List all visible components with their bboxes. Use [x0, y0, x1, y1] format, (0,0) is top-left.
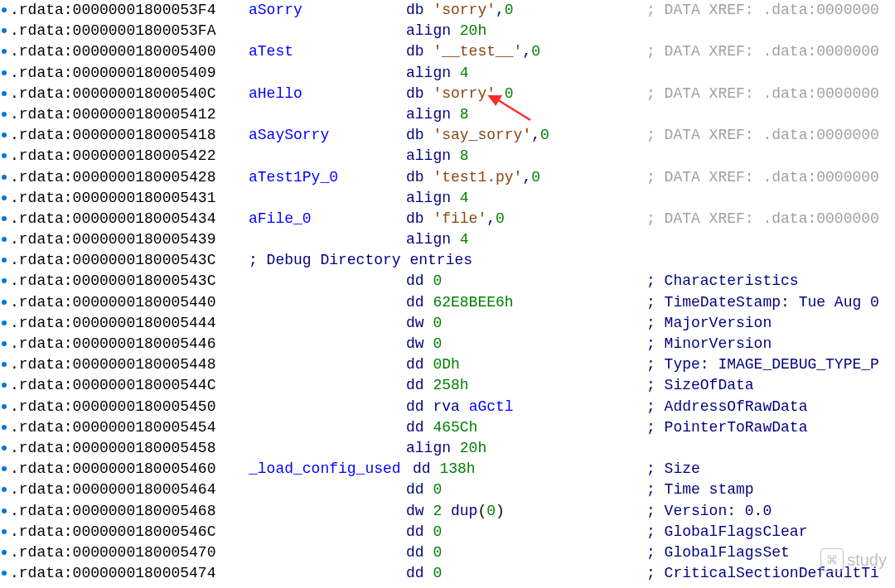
instruction: align 4: [406, 63, 469, 84]
disasm-row[interactable]: .rdata:0000000180005460_load_config_used…: [0, 459, 895, 480]
disasm-row[interactable]: .rdata:0000000180005444dw 0; MajorVersio…: [0, 313, 895, 334]
disasm-row[interactable]: .rdata:000000018000543Cdd 0; Characteris…: [0, 271, 895, 292]
instruction: dw 0: [406, 313, 442, 334]
instruction: align 4: [406, 229, 469, 250]
row-marker-dot: [2, 112, 7, 117]
disasm-row[interactable]: .rdata:0000000180005440dd 62E8BEE6h; Tim…: [0, 292, 895, 313]
address: .rdata:0000000180005409: [10, 63, 215, 84]
comment: ; Type: IMAGE_DEBUG_TYPE_P: [646, 354, 879, 375]
instruction: align 4: [406, 188, 469, 209]
comment: ; GlobalFlagsClear: [646, 522, 807, 542]
row-marker-dot: [2, 321, 7, 325]
row-marker-dot: [2, 550, 7, 555]
comment: ; SizeOfData: [646, 375, 754, 396]
symbol-label[interactable]: aHello: [249, 84, 302, 104]
address: .rdata:000000018000543C: [10, 250, 215, 271]
instruction: db 'test1.py',0: [406, 167, 540, 188]
disasm-row[interactable]: .rdata:0000000180005400aTestdb '__test__…: [0, 41, 895, 62]
disasm-row[interactable]: .rdata:0000000180005450dd rva aGctl; Add…: [0, 397, 895, 417]
address: .rdata:0000000180005448: [10, 354, 215, 375]
symbol-label[interactable]: aTest1Py_0: [249, 167, 338, 188]
symbol-label[interactable]: aTest: [249, 41, 293, 62]
row-marker-dot: [2, 49, 7, 54]
disasm-row[interactable]: .rdata:0000000180005458align 20h: [0, 438, 895, 459]
instruction: dd rva aGctl: [406, 397, 514, 417]
disasm-row[interactable]: .rdata:0000000180005428aTest1Py_0db 'tes…: [0, 167, 895, 188]
disasm-row[interactable]: .rdata:0000000180005431align 4: [0, 188, 895, 209]
disasm-row[interactable]: .rdata:0000000180005422align 8: [0, 146, 895, 166]
instruction: align 20h: [406, 438, 486, 459]
row-marker-dot: [2, 404, 7, 409]
address: .rdata:0000000180005400: [10, 41, 215, 62]
disasm-row[interactable]: .rdata:0000000180005412align 8: [0, 104, 895, 125]
instruction: dd 62E8BEE6h: [406, 292, 514, 313]
disasm-row[interactable]: .rdata:0000000180005418aSaySorrydb 'say_…: [0, 125, 895, 146]
address: .rdata:0000000180005440: [10, 292, 215, 313]
watermark-icon: ⌘: [820, 548, 844, 571]
address: .rdata:0000000180005444: [10, 313, 215, 334]
comment: ; Time stamp: [646, 480, 754, 500]
disasm-row[interactable]: .rdata:000000018000544Cdd 258h; SizeOfDa…: [0, 375, 895, 396]
address: .rdata:000000018000540C: [10, 84, 215, 104]
disasm-row[interactable]: .rdata:000000018000540CaHellodb 'sorry',…: [0, 84, 895, 104]
instruction: db '__test__',0: [406, 41, 540, 62]
symbol-label[interactable]: aSorry: [249, 0, 302, 21]
disassembly-listing[interactable]: .rdata:00000001800053F4aSorrydb 'sorry',…: [0, 0, 895, 584]
row-marker-dot: [2, 425, 7, 430]
row-marker-dot: [2, 216, 7, 221]
instruction: dd 0: [406, 563, 442, 584]
disasm-row[interactable]: .rdata:0000000180005439align 4: [0, 229, 895, 250]
instruction: dd 258h: [406, 375, 469, 396]
address: .rdata:0000000180005418: [10, 125, 215, 146]
symbol-label[interactable]: _load_config_used: [249, 459, 401, 480]
address: .rdata:0000000180005474: [10, 563, 215, 584]
comment: ; MajorVersion: [646, 313, 772, 334]
row-marker-dot: [2, 133, 7, 137]
comment: ; DATA XREF: .data:0000000: [646, 41, 879, 62]
row-marker-dot: [2, 91, 7, 96]
symbol-label[interactable]: aFile_0: [249, 209, 312, 229]
instruction: dd 465Ch: [406, 417, 477, 438]
instruction: align 20h: [406, 21, 486, 41]
instruction: dd 0: [406, 480, 442, 500]
address: .rdata:0000000180005454: [10, 417, 215, 438]
address: .rdata:0000000180005428: [10, 167, 215, 188]
disasm-row[interactable]: .rdata:0000000180005434aFile_0db 'file',…: [0, 209, 895, 229]
disasm-row[interactable]: .rdata:00000001800053FAalign 20h: [0, 21, 895, 41]
disasm-row[interactable]: .rdata:0000000180005454dd 465Ch; Pointer…: [0, 417, 895, 438]
instruction: dd 138h: [413, 459, 476, 480]
address: .rdata:0000000180005422: [10, 146, 215, 166]
instruction: db 'sorry',0: [406, 0, 514, 21]
disasm-row[interactable]: .rdata:0000000180005474dd 0; CriticalSec…: [0, 563, 895, 584]
instruction: align 8: [406, 146, 469, 166]
disasm-row[interactable]: .rdata:00000001800053F4aSorrydb 'sorry',…: [0, 0, 895, 21]
address: .rdata:0000000180005458: [10, 438, 215, 459]
comment: ; Characteristics: [646, 271, 799, 292]
disasm-row[interactable]: .rdata:0000000180005446dw 0; MinorVersio…: [0, 334, 895, 354]
row-marker-dot: [2, 466, 7, 471]
instruction: db 'file',0: [406, 209, 505, 229]
address: .rdata:0000000180005439: [10, 229, 215, 250]
comment: ; DATA XREF: .data:0000000: [646, 0, 879, 21]
address: .rdata:0000000180005468: [10, 501, 215, 522]
row-marker-dot: [2, 258, 7, 263]
row-marker-dot: [2, 508, 7, 513]
comment: ; Version: 0.0: [646, 501, 772, 522]
symbol-label[interactable]: aSaySorry: [249, 125, 329, 146]
address: .rdata:0000000180005470: [10, 542, 215, 563]
disasm-row[interactable]: .rdata:0000000180005409align 4: [0, 63, 895, 84]
comment: ; DATA XREF: .data:0000000: [646, 209, 879, 229]
address: .rdata:0000000180005450: [10, 397, 215, 417]
disasm-row[interactable]: .rdata:000000018000546Cdd 0; GlobalFlags…: [0, 522, 895, 542]
instruction: dd 0Dh: [406, 354, 460, 375]
disasm-row[interactable]: .rdata:0000000180005464dd 0; Time stamp: [0, 480, 895, 500]
disasm-row[interactable]: .rdata:0000000180005468dw 2 dup(0); Vers…: [0, 501, 895, 522]
disasm-row[interactable]: .rdata:0000000180005470dd 0; GlobalFlags…: [0, 542, 895, 563]
row-marker-dot: [2, 362, 7, 367]
disasm-row[interactable]: .rdata:000000018000543C; Debug Directory…: [0, 250, 895, 271]
comment: ; PointerToRawData: [646, 417, 807, 438]
disasm-row[interactable]: .rdata:0000000180005448dd 0Dh; Type: IMA…: [0, 354, 895, 375]
instruction: dd 0: [406, 542, 442, 563]
row-marker-dot: [2, 175, 7, 180]
row-marker-dot: [2, 446, 7, 451]
